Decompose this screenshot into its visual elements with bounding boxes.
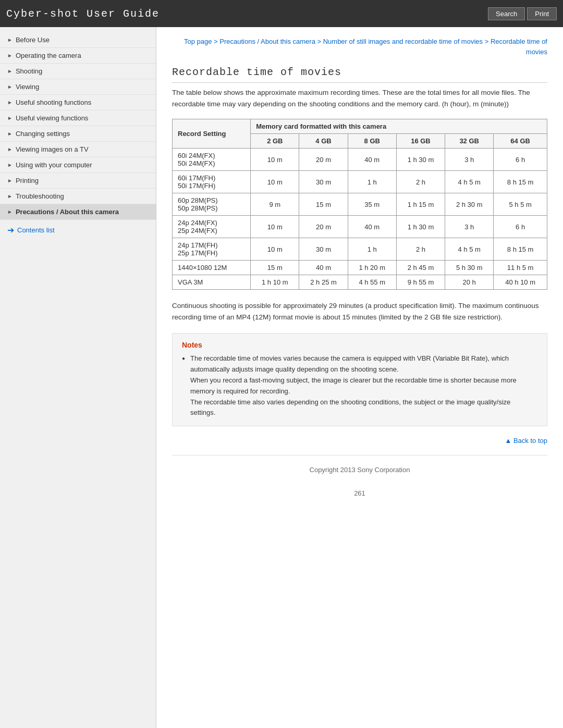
table-cell-value: 1 h 15 m	[396, 193, 445, 216]
chevron-right-icon: ►	[7, 146, 13, 152]
sidebar-item-precautions[interactable]: ► Precautions / About this camera	[0, 204, 156, 220]
sidebar-item-using-computer[interactable]: ► Using with your computer	[0, 157, 156, 173]
chevron-right-icon: ►	[7, 131, 13, 137]
sidebar-item-useful-shooting[interactable]: ► Useful shooting functions	[0, 95, 156, 110]
breadcrumb-precautions[interactable]: Precautions / About this camera	[219, 38, 315, 45]
table-row: 60i 17M(FH) 50i 17M(FH)10 m30 m1 h2 h4 h…	[173, 171, 547, 193]
chevron-right-icon: ►	[7, 100, 13, 105]
table-cell-setting: 60p 28M(PS) 50p 28M(PS)	[173, 193, 251, 216]
search-button[interactable]: Search	[488, 7, 525, 20]
table-cell-value: 2 h	[396, 171, 445, 193]
main-layout: ► Before Use ► Operating the camera ► Sh…	[0, 27, 563, 728]
table-cell-value: 35 m	[348, 193, 396, 216]
table-cell-setting: 24p 17M(FH) 25p 17M(FH)	[173, 238, 251, 261]
table-col-header: 16 GB	[396, 134, 445, 149]
sidebar-item-shooting[interactable]: ► Shooting	[0, 64, 156, 79]
table-cell-value: 6 h	[494, 216, 547, 238]
triangle-up-icon: ▲	[505, 437, 511, 445]
main-content: Top page > Precautions / About this came…	[156, 27, 563, 728]
table-cell-setting: VGA 3M	[173, 275, 251, 290]
chevron-right-icon: ►	[7, 162, 13, 168]
notes-item: The recordable time of movies varies bec…	[182, 353, 537, 418]
sidebar-item-label: Precautions / About this camera	[16, 208, 119, 216]
table-cell-value: 10 m	[251, 238, 299, 261]
table-cell-value: 1 h 10 m	[251, 275, 299, 290]
page-title: Recordable time of movies	[172, 66, 547, 83]
chevron-right-icon: ►	[7, 37, 13, 43]
table-cell-value: 20 h	[445, 275, 494, 290]
table-cell-value: 1 h 30 m	[396, 216, 445, 238]
table-cell-setting: 60i 17M(FH) 50i 17M(FH)	[173, 171, 251, 193]
table-cell-setting: 1440×1080 12M	[173, 261, 251, 275]
back-to-top-link[interactable]: ▲ Back to top	[172, 437, 547, 445]
chevron-right-icon: ►	[7, 53, 13, 58]
table-row: 60p 28M(PS) 50p 28M(PS)9 m15 m35 m1 h 15…	[173, 193, 547, 216]
table-cell-value: 40 h 10 m	[494, 275, 547, 290]
notes-title: Notes	[182, 341, 537, 349]
sidebar-item-operating[interactable]: ► Operating the camera	[0, 48, 156, 64]
sidebar-item-label: Viewing images on a TV	[16, 145, 89, 153]
contents-list-link[interactable]: ➔ Contents list	[0, 220, 156, 240]
sidebar-item-useful-viewing[interactable]: ► Useful viewing functions	[0, 110, 156, 126]
table-cell-value: 10 m	[251, 171, 299, 193]
breadcrumb-number-still[interactable]: Number of still images and recordable ti…	[323, 38, 483, 45]
chevron-right-icon: ►	[7, 68, 13, 74]
header: Cyber-shot User Guide Search Print	[0, 0, 563, 27]
table-row: 1440×1080 12M15 m40 m1 h 20 m2 h 45 m5 h…	[173, 261, 547, 275]
table-cell-value: 9 m	[251, 193, 299, 216]
table-body: 60i 24M(FX) 50i 24M(FX)10 m20 m40 m1 h 3…	[173, 149, 547, 290]
chevron-right-icon: ►	[7, 84, 13, 90]
table-cell-value: 8 h 15 m	[494, 238, 547, 261]
table-cell-value: 6 h	[494, 149, 547, 171]
sidebar-item-label: Useful viewing functions	[16, 114, 88, 122]
sidebar-item-label: Before Use	[16, 36, 50, 44]
chevron-right-icon: ►	[7, 209, 13, 215]
sidebar-item-printing[interactable]: ► Printing	[0, 173, 156, 189]
breadcrumb-top[interactable]: Top page	[184, 38, 212, 45]
table-row: 24p 17M(FH) 25p 17M(FH)10 m30 m1 h2 h4 h…	[173, 238, 547, 261]
chevron-right-icon: ►	[7, 178, 13, 183]
sidebar-item-label: Using with your computer	[16, 161, 92, 169]
notes-box: Notes The recordable time of movies vari…	[172, 333, 547, 426]
table-cell-value: 3 h	[445, 216, 494, 238]
sidebar-item-viewing-tv[interactable]: ► Viewing images on a TV	[0, 142, 156, 157]
table-col-header: 32 GB	[445, 134, 494, 149]
table-col-header: 2 GB	[251, 134, 299, 149]
table-cell-value: 20 m	[299, 149, 348, 171]
app-title: Cyber-shot User Guide	[6, 8, 160, 20]
table-cell-value: 9 h 55 m	[396, 275, 445, 290]
table-cell-value: 1 h	[348, 171, 396, 193]
table-cell-value: 10 m	[251, 216, 299, 238]
table-cell-value: 40 m	[348, 149, 396, 171]
chevron-right-icon: ►	[7, 193, 13, 199]
sidebar-item-label: Troubleshooting	[16, 192, 64, 200]
continuous-note: Continuous shooting is possible for appr…	[172, 300, 547, 323]
sidebar-item-label: Changing settings	[16, 130, 70, 138]
table-header-setting: Record Setting	[173, 119, 251, 149]
table-cell-value: 30 m	[299, 238, 348, 261]
sidebar-item-viewing[interactable]: ► Viewing	[0, 79, 156, 95]
sidebar-item-label: Shooting	[16, 67, 42, 75]
chevron-right-icon: ►	[7, 115, 13, 121]
table-cell-value: 2 h 30 m	[445, 193, 494, 216]
table-cell-value: 10 m	[251, 149, 299, 171]
table-cell-value: 1 h	[348, 238, 396, 261]
table-row: 60i 24M(FX) 50i 24M(FX)10 m20 m40 m1 h 3…	[173, 149, 547, 171]
copyright-text: Copyright 2013 Sony Corporation	[310, 466, 410, 474]
sidebar-item-label: Operating the camera	[16, 52, 81, 59]
print-button[interactable]: Print	[527, 7, 557, 20]
table-cell-value: 30 m	[299, 171, 348, 193]
contents-list-label: Contents list	[17, 226, 55, 234]
page-description: The table below shows the approximate ma…	[172, 87, 547, 109]
breadcrumb-recordable[interactable]: Recordable time of movies	[491, 38, 547, 56]
sidebar-item-label: Printing	[16, 177, 39, 184]
sidebar-item-changing-settings[interactable]: ► Changing settings	[0, 126, 156, 142]
sidebar: ► Before Use ► Operating the camera ► Sh…	[0, 27, 156, 728]
table-col-header: 4 GB	[299, 134, 348, 149]
table-cell-value: 2 h 25 m	[299, 275, 348, 290]
table-cell-value: 15 m	[299, 193, 348, 216]
sidebar-item-before-use[interactable]: ► Before Use	[0, 32, 156, 48]
table-row: 24p 24M(FX) 25p 24M(FX)10 m20 m40 m1 h 3…	[173, 216, 547, 238]
table-cell-value: 4 h 5 m	[445, 238, 494, 261]
sidebar-item-troubleshooting[interactable]: ► Troubleshooting	[0, 189, 156, 204]
